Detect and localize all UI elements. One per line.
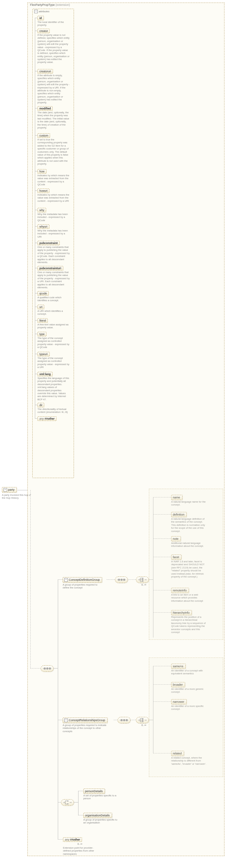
attr-why-desc: Why the metadata has been included - exp… [37,213,70,222]
attr-qcode[interactable]: qcode [37,291,49,296]
connector [35,334,37,334]
crg-desc: A group of properties required to indica… [63,724,111,733]
attr-howuri-desc: Indicates by which means the value was e… [37,193,70,203]
attr-pubconstraint[interactable]: pubconstraint [37,241,60,245]
attr-how[interactable]: how [37,169,47,174]
connector [127,580,136,580]
crg-label: ConceptRelationshipsGroup [69,718,105,722]
attr-id-label: id [39,17,42,20]
connector [35,307,37,307]
collapse-icon[interactable]: − [4,488,7,492]
attr-whyuri-label: whyuri [39,225,48,228]
cdg-desc: A group of properties required to define… [63,583,105,589]
svg-rect-28 [142,721,143,722]
node-persondetails-label: personDetails [85,789,103,793]
node-party-desc: A party involved this hop of the Hop His… [2,494,31,500]
attr-pubconstraint-desc: One or many constraints that apply to pu… [37,246,70,264]
attr-whyuri[interactable]: whyuri [37,224,49,229]
compositor-sequence-cdg[interactable] [115,577,128,583]
attr-modified[interactable]: modified [37,106,53,111]
node-party[interactable]: −party [2,487,17,493]
svg-rect-3 [49,668,51,670]
attr-uri[interactable]: uri [37,305,44,309]
svg-rect-19 [123,719,125,721]
attr-why-label: why [39,209,44,212]
attr-howuri[interactable]: howuri [37,188,49,193]
connector [35,171,37,172]
svg-rect-13 [142,578,143,579]
svg-rect-15 [142,581,143,582]
attr-how-desc: Indicates by which means the value was e… [37,174,70,186]
attr-creatoruri[interactable]: creatoruri [37,69,53,73]
compositor-choice-cdg[interactable] [136,577,149,583]
attr-xmllang[interactable]: xml:lang [37,372,53,376]
card-any: 0..∞ [78,842,82,845]
connector [35,293,37,293]
connector [18,490,27,490]
svg-rect-27 [142,719,143,721]
attr-modified-desc: The date (and, optionally, the time) whe… [37,111,70,129]
connector [35,243,37,243]
collapse-icon[interactable]: − [64,718,68,722]
attr-type[interactable]: type [37,332,47,336]
compositor-sequence-crg[interactable] [118,717,131,723]
attr-pubconstrainturi[interactable]: pubconstrainturi [37,266,63,271]
group-box-crg [149,657,223,777]
node-conceptdefinitiongroup[interactable]: −ConceptDefinitionGroup [63,577,102,583]
connector [30,490,31,668]
attr-type-desc: The type of the concept assigned as cont… [37,337,70,349]
attr-why[interactable]: why [37,208,46,212]
node-organisationdetails-label: organisationDetails [85,814,110,817]
ext-tag: (extension) [56,3,70,6]
connector [58,802,61,803]
card-crg: 0..∞ [141,724,146,726]
attr-creator[interactable]: creator [37,29,50,33]
svg-rect-34 [67,801,68,802]
connector [35,320,37,320]
node-organisationdetails[interactable]: organisationDetails [83,813,112,818]
attr-uri-label: uri [39,305,42,309]
attr-dir-desc: The directionality of textual content (e… [37,408,70,414]
choice-icon [138,718,147,722]
attr-creator-desc: If the property value is not defined, sp… [37,34,70,64]
svg-rect-5 [118,579,120,581]
attr-qcode-label: qcode [39,292,47,295]
attr-typeuri-label: typeuri [39,352,48,356]
compositor-sequence-main[interactable] [41,665,54,672]
attr-type-label: type [39,333,45,336]
attr-xmllang-label: xml:lang [39,373,51,376]
connector [35,405,37,405]
attr-qcode-desc: A qualified code which identifies a conc… [37,296,70,302]
attr-literal[interactable]: literal [37,318,48,323]
node-conceptrelationshipsgroup[interactable]: −ConceptRelationshipsGroup [63,718,108,723]
connector [58,839,63,840]
svg-rect-18 [121,719,122,721]
attr-literal-label: literal [39,319,46,322]
compositor-choice-entity[interactable] [61,799,74,806]
attr-typeuri[interactable]: typeuri [37,352,50,356]
collapse-icon[interactable]: − [64,578,68,582]
node-organisationdetails-desc: A group of properties specific to an org… [83,818,119,825]
node-any-other[interactable]: any ##other [63,837,82,842]
attr-id[interactable]: id [37,16,44,20]
connector [35,71,37,71]
connector [35,268,37,268]
node-persondetails[interactable]: personDetails [83,788,105,794]
connector [107,580,115,580]
connector [78,791,83,791]
attr-custom[interactable]: custom [37,133,50,138]
attr-typeuri-desc: The type of the concept assigned as cont… [37,357,70,369]
attr-howuri-label: howuri [39,189,48,192]
attr-dir[interactable]: dir [37,403,44,407]
attr-how-label: how [39,170,45,173]
attr-custom-label: custom [39,134,48,137]
attr-any[interactable]: any ##other [37,416,57,421]
node-any-other-label: ##other [70,838,80,841]
connector [35,210,37,210]
ext-type-name: FlexPartyPropType [30,3,55,6]
attributes-label-text: attributes [39,10,49,13]
connector [53,668,58,669]
compositor-choice-crg[interactable] [136,717,149,723]
attr-creatoruri-label: creatoruri [39,70,51,73]
collapse-icon[interactable]: − [34,10,38,13]
